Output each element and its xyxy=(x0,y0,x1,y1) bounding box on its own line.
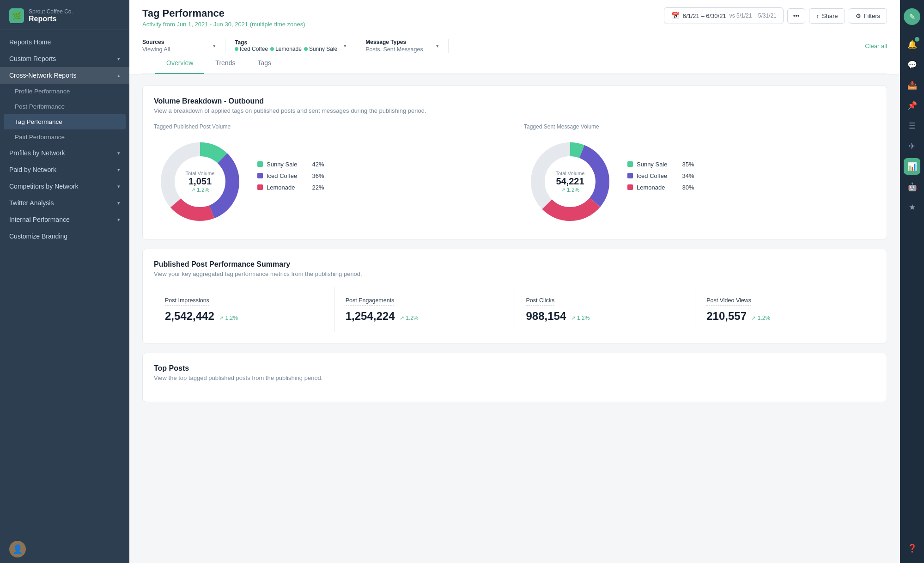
legend-item-sunny-sale-left: Sunny Sale 42% xyxy=(257,161,324,168)
tags-filter[interactable]: Tags Iced Coffee Lemonade Sunny Sale xyxy=(235,39,356,52)
legend-left-sunny-sale: Sunny Sale xyxy=(257,161,298,168)
legend-dot-iced-coffee-left xyxy=(257,173,263,178)
left-total-change: ↗ 1.2% xyxy=(186,187,215,193)
filters-bar: Sources Viewing All ▾ Tags Iced Coffee xyxy=(142,33,887,53)
tags-filter-inner: Tags Iced Coffee Lemonade Sunny Sale xyxy=(235,39,337,52)
tag-name-iced-coffee: Iced Coffee xyxy=(240,46,268,52)
chevron-icon-cross: ▴ xyxy=(117,73,120,79)
sources-filter[interactable]: Sources Viewing All ▾ xyxy=(142,39,225,53)
help-icon[interactable]: ❓ xyxy=(904,540,920,557)
sidebar-item-twitter-analysis[interactable]: Twitter Analysis ▾ xyxy=(0,195,129,211)
sidebar-item-reports-home[interactable]: Reports Home xyxy=(0,34,129,50)
reviews-icon[interactable]: ★ xyxy=(904,199,920,215)
nav-sub-label-post-performance: Post Performance xyxy=(15,103,65,110)
sidebar-item-tag-performance[interactable]: Tag Performance xyxy=(4,114,126,129)
message-types-filter[interactable]: Message Types Posts, Sent Messages ▾ xyxy=(365,39,449,53)
more-options-button[interactable]: ••• xyxy=(787,8,806,24)
brand-info: Sprout Coffee Co. Reports xyxy=(29,8,73,23)
metric-number-video-views: 210,557 xyxy=(706,310,747,322)
legend-item-lemonade-right: Lemonade 30% xyxy=(627,184,694,191)
sidebar-item-customize-branding[interactable]: Customize Branding xyxy=(0,228,129,245)
sidebar-item-cross-network[interactable]: Cross-Network Reports ▴ xyxy=(0,67,129,84)
metric-number-clicks: 988,154 xyxy=(526,310,566,322)
filters-button[interactable]: ⚙ Filters xyxy=(849,8,887,24)
legend-left-iced-coffee: Iced Coffee xyxy=(257,172,297,179)
metric-value-impressions: 2,542,442 ↗ 1.2% xyxy=(165,310,323,323)
legend-left-lemonade-right: Lemonade xyxy=(627,184,665,191)
tag-chip-sunny-sale: Sunny Sale xyxy=(304,46,337,52)
sidebar-item-custom-reports[interactable]: Custom Reports ▾ xyxy=(0,50,129,67)
metric-change-impressions: ↗ 1.2% xyxy=(219,315,238,321)
inbox-icon[interactable]: 📥 xyxy=(904,77,920,93)
date-range-button[interactable]: 📅 6/1/21 – 6/30/21 vs 5/1/21 – 5/31/21 xyxy=(664,7,784,24)
content-header: Tag Performance Activity from Jun 1, 202… xyxy=(129,0,900,74)
calendar-icon[interactable]: ☰ xyxy=(904,117,920,134)
right-donut: Total Volume 54,221 ↗ 1.2% xyxy=(524,135,616,228)
sources-value: Viewing All xyxy=(142,46,207,53)
clear-all-button[interactable]: Clear all xyxy=(865,43,887,49)
subtitle-suffix: time zones) xyxy=(273,21,305,28)
legend-item-iced-coffee-left: Iced Coffee 36% xyxy=(257,172,324,179)
tab-tags[interactable]: Tags xyxy=(246,53,282,74)
legend-item-sunny-sale-right: Sunny Sale 35% xyxy=(627,161,694,168)
left-chart-group: Tagged Published Post Volume xyxy=(154,123,246,228)
automation-icon[interactable]: 🤖 xyxy=(904,178,920,195)
performance-card-subtitle: View your key aggregated tag performance… xyxy=(154,270,875,277)
legend-left-sunny-sale-right: Sunny Sale xyxy=(627,161,668,168)
metric-label-engagements: Post Engagements xyxy=(346,297,395,306)
metric-post-engagements: Post Engagements 1,254,224 ↗ 1.2% xyxy=(334,287,515,332)
subtitle-link[interactable]: multiple xyxy=(252,21,273,28)
sources-chevron-icon[interactable]: ▾ xyxy=(213,43,216,49)
right-chart-legend: Sunny Sale 35% Iced Coffee 34% xyxy=(627,161,694,191)
compose-button[interactable]: ✎ xyxy=(904,8,920,25)
calendar-icon: 📅 xyxy=(671,12,680,20)
date-range-label: 6/1/21 – 6/30/21 xyxy=(683,12,726,19)
company-name: Sprout Coffee Co. xyxy=(29,8,73,15)
sidebar-item-paid-by-network[interactable]: Paid by Network ▾ xyxy=(0,161,129,178)
nav-label-competitors-by-network: Competitors by Network xyxy=(9,183,78,190)
legend-pct-sunny-sale-left: 42% xyxy=(312,161,324,168)
tags-label: Tags xyxy=(235,39,337,46)
sidebar-item-paid-performance[interactable]: Paid Performance xyxy=(0,129,129,145)
sidebar-item-internal-performance[interactable]: Internal Performance ▾ xyxy=(0,211,129,228)
sidebar-item-post-performance[interactable]: Post Performance xyxy=(0,99,129,114)
metric-number-engagements: 1,254,224 xyxy=(346,310,395,322)
content-body: Volume Breakdown - Outbound View a break… xyxy=(129,74,900,413)
performance-summary-card: Published Post Performance Summary View … xyxy=(142,249,887,343)
message-types-chevron-icon[interactable]: ▾ xyxy=(436,43,439,49)
tasks-icon[interactable]: 📌 xyxy=(904,97,920,114)
tag-chip-lemonade: Lemonade xyxy=(270,46,302,52)
sidebar-item-competitors-by-network[interactable]: Competitors by Network ▾ xyxy=(0,178,129,195)
tab-overview[interactable]: Overview xyxy=(155,53,204,74)
nav-label-twitter-analysis: Twitter Analysis xyxy=(9,199,54,207)
right-donut-center: Total Volume 54,221 ↗ 1.2% xyxy=(556,171,585,193)
legend-left-iced-coffee-right: Iced Coffee xyxy=(627,172,667,179)
left-donut: Total Volume 1,051 ↗ 1.2% xyxy=(154,135,246,228)
sidebar-item-profile-performance[interactable]: Profile Performance xyxy=(0,84,129,99)
legend-item-lemonade-left: Lemonade 22% xyxy=(257,184,324,191)
legend-name-lemonade-left: Lemonade xyxy=(267,184,295,191)
ellipsis-icon: ••• xyxy=(793,12,800,19)
right-total-change: ↗ 1.2% xyxy=(556,187,585,193)
share-icon: ↑ xyxy=(816,12,819,19)
nav-label-paid-by-network: Paid by Network xyxy=(9,166,56,173)
subtitle-text: Activity from Jun 1, 2021 - Jun 30, 2021… xyxy=(142,21,252,28)
top-posts-title: Top Posts xyxy=(154,364,875,373)
header-top-row: Tag Performance Activity from Jun 1, 202… xyxy=(142,7,887,33)
tags-chevron-icon[interactable]: ▾ xyxy=(344,43,346,49)
metric-change-video-views: ↗ 1.2% xyxy=(751,315,770,321)
analytics-icon[interactable]: 📊 xyxy=(904,158,920,175)
page-subtitle: Activity from Jun 1, 2021 - Jun 30, 2021… xyxy=(142,21,305,28)
sidebar-item-profiles-by-network[interactable]: Profiles by Network ▾ xyxy=(0,145,129,161)
tag-name-lemonade: Lemonade xyxy=(275,46,302,52)
share-button[interactable]: ↑ Share xyxy=(809,8,845,24)
notifications-icon[interactable]: 🔔 xyxy=(904,36,920,53)
legend-left-lemonade: Lemonade xyxy=(257,184,295,191)
publish-icon[interactable]: ✈ xyxy=(904,138,920,154)
nav-sub-label-profile-performance: Profile Performance xyxy=(15,88,70,95)
tab-trends[interactable]: Trends xyxy=(204,53,246,74)
messages-icon[interactable]: 💬 xyxy=(904,56,920,73)
user-avatar[interactable]: 👤 xyxy=(9,541,26,557)
metric-post-video-views: Post Video Views 210,557 ↗ 1.2% xyxy=(695,287,875,332)
top-posts-card: Top Posts View the top tagged published … xyxy=(142,353,887,402)
